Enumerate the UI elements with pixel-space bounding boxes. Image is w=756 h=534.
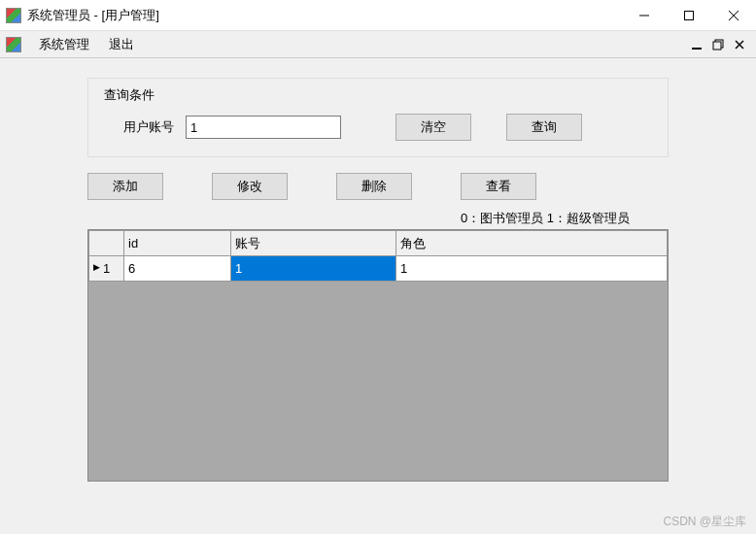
col-header-id[interactable]: id — [124, 231, 231, 256]
data-grid[interactable]: id 账号 角色 1 6 1 1 — [87, 229, 669, 482]
client-area: 查询条件 用户账号 清空 查询 添加 修改 删除 查看 0：图书管理员 1：超级… — [0, 58, 756, 534]
app-icon — [6, 8, 21, 23]
table-row[interactable]: 1 6 1 1 — [89, 256, 668, 282]
mdi-child-icon — [6, 37, 21, 52]
add-button[interactable]: 添加 — [87, 173, 163, 200]
grid-corner — [89, 231, 124, 256]
close-button[interactable] — [711, 0, 756, 31]
col-header-account[interactable]: 账号 — [231, 231, 396, 256]
role-legend: 0：图书管理员 1：超级管理员 — [87, 210, 669, 227]
menu-system[interactable]: 系统管理 — [29, 32, 99, 57]
query-button[interactable]: 查询 — [506, 114, 582, 141]
window-title: 系统管理员 - [用户管理] — [27, 7, 622, 24]
cell-account[interactable]: 1 — [231, 256, 396, 282]
minimize-button[interactable] — [622, 0, 667, 31]
view-button[interactable]: 查看 — [461, 173, 536, 200]
edit-button[interactable]: 修改 — [212, 173, 288, 200]
row-indicator[interactable]: 1 — [89, 256, 124, 282]
search-group: 查询条件 用户账号 清空 查询 — [87, 78, 669, 157]
action-row: 添加 修改 删除 查看 — [87, 173, 669, 200]
col-header-role[interactable]: 角色 — [396, 231, 668, 256]
mdi-controls — [688, 36, 756, 53]
delete-button[interactable]: 删除 — [336, 173, 412, 200]
cell-role[interactable]: 1 — [396, 256, 668, 282]
menu-exit[interactable]: 退出 — [99, 32, 144, 57]
menubar: 系统管理 退出 — [0, 31, 756, 58]
account-label: 用户账号 — [123, 118, 174, 136]
mdi-close-icon[interactable] — [731, 36, 748, 53]
titlebar: 系统管理员 - [用户管理] — [0, 0, 756, 31]
svg-rect-6 — [713, 42, 721, 50]
cell-id[interactable]: 6 — [124, 256, 231, 282]
account-input[interactable] — [186, 116, 341, 139]
mdi-restore-icon[interactable] — [709, 36, 727, 53]
search-row: 用户账号 清空 查询 — [104, 114, 652, 141]
watermark: CSDN @星尘库 — [663, 514, 746, 530]
clear-button[interactable]: 清空 — [395, 114, 471, 141]
search-group-title: 查询条件 — [104, 86, 652, 104]
maximize-button[interactable] — [667, 0, 711, 31]
grid-header-row: id 账号 角色 — [89, 231, 668, 256]
mdi-minimize-icon[interactable] — [688, 36, 705, 53]
window-controls — [622, 0, 756, 31]
svg-rect-1 — [685, 11, 694, 19]
